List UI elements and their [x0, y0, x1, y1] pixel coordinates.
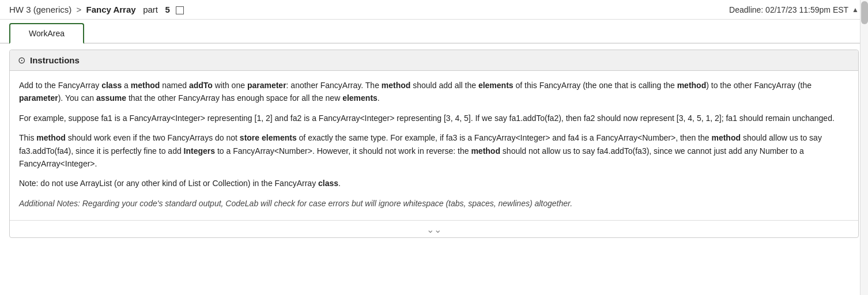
scroll-up-icon[interactable]: ▲ — [852, 6, 859, 14]
keyword-integers: Integers — [184, 146, 215, 156]
scrollbar[interactable] — [860, 0, 868, 295]
keyword-assume: assume — [96, 93, 126, 103]
keyword-store-elements: store elements — [240, 133, 297, 142]
keyword-method-3: method — [677, 81, 707, 90]
keyword-class: class — [101, 81, 122, 90]
keyword-addto: addTo — [189, 81, 213, 90]
keyword-method-2: method — [382, 81, 411, 90]
breadcrumb-separator: > — [77, 5, 82, 14]
keyword-method-5: method — [711, 133, 741, 142]
scrollbar-thumb[interactable] — [861, 1, 868, 24]
instructions-section: ⊙ Instructions Add to the FancyArray cla… — [9, 50, 859, 238]
keyword-method-4: method — [36, 133, 66, 142]
header: HW 3 (generics) > Fancy Array part 5 Dea… — [0, 0, 868, 20]
part-label: part — [143, 5, 158, 14]
expand-down-icon[interactable]: ⌄⌄ — [427, 224, 441, 235]
deadline-text: Deadline: 02/17/23 11:59pm EST — [729, 5, 848, 14]
keyword-elements-2: elements — [342, 93, 378, 103]
assignment-title: Fancy Array — [86, 5, 135, 14]
instruction-paragraph-1: Add to the FancyArray class a method nam… — [19, 79, 849, 105]
instructions-body: Add to the FancyArray class a method nam… — [10, 71, 858, 215]
keyword-method-1: method — [131, 81, 160, 90]
additional-notes: Additional Notes: Regarding your code's … — [19, 199, 572, 208]
keyword-parameter-2: parameter — [19, 93, 58, 103]
instruction-paragraph-4: Note: do not use ArrayList (or any other… — [19, 177, 849, 190]
instructions-title: Instructions — [30, 55, 80, 65]
hw-link[interactable]: HW 3 (generics) — [9, 5, 71, 14]
tabs-bar: WorkArea — [0, 22, 868, 44]
expand-row: ⌄⌄ — [10, 220, 858, 237]
instructions-header[interactable]: ⊙ Instructions — [10, 50, 858, 71]
bookmark-icon[interactable] — [176, 6, 184, 14]
deadline-area: Deadline: 02/17/23 11:59pm EST ▲ — [729, 5, 859, 14]
instruction-paragraph-3: This method should work even if the two … — [19, 131, 849, 170]
keyword-class-2: class — [318, 179, 338, 188]
instruction-paragraph-2: For example, suppose fa1 is a FancyArray… — [19, 112, 849, 124]
instruction-paragraph-5: Additional Notes: Regarding your code's … — [19, 197, 849, 210]
breadcrumb: HW 3 (generics) > Fancy Array part 5 — [9, 5, 184, 14]
keyword-parameter-1: parameter — [247, 81, 286, 90]
keyword-elements-1: elements — [478, 81, 514, 90]
part-number: 5 — [165, 5, 170, 14]
chevron-circle-icon: ⊙ — [18, 55, 25, 66]
keyword-method-6: method — [471, 146, 500, 156]
tab-workarea[interactable]: WorkArea — [9, 23, 84, 44]
main-content: ⊙ Instructions Add to the FancyArray cla… — [0, 44, 868, 251]
